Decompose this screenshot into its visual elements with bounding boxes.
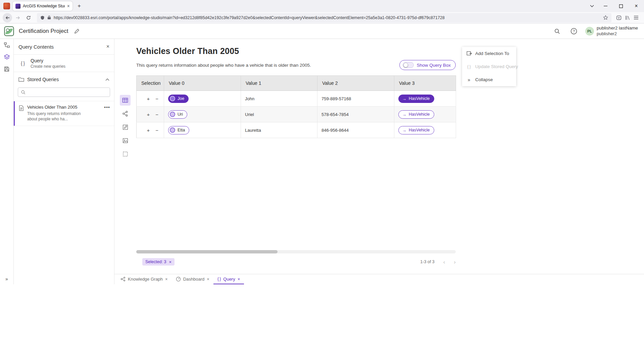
link-chart-icon[interactable] xyxy=(120,108,131,119)
pocket-icon[interactable] xyxy=(616,15,622,20)
menu-item-update-stored-query[interactable]: { } Update Stored Query xyxy=(462,60,516,73)
window-close-button[interactable]: × xyxy=(629,0,644,12)
toggle-switch-icon xyxy=(403,62,414,68)
hamburger-menu-icon[interactable] xyxy=(634,15,639,20)
tab-label: Knowledge Graph xyxy=(128,277,163,282)
forward-button[interactable] xyxy=(13,13,23,22)
menu-item-add-selection-to[interactable]: Add Selection To xyxy=(462,47,516,60)
item-options-icon[interactable]: ••• xyxy=(104,105,110,110)
page-description: This query returns information about peo… xyxy=(136,63,311,68)
col-header-value2: Value 2 xyxy=(317,76,394,91)
pagination-label: 1-3 of 3 xyxy=(420,259,434,264)
folder-icon xyxy=(18,77,24,82)
bookmark-star-icon[interactable] xyxy=(603,15,608,20)
horizontal-scrollbar[interactable] xyxy=(136,250,456,253)
window-minimize-button[interactable] xyxy=(598,0,613,12)
url-text[interactable]: https://dev0028833.esri.com/portal/apps/… xyxy=(54,15,600,20)
reload-button[interactable] xyxy=(23,13,34,22)
relationship-pill-label: HasVehicle xyxy=(409,128,430,132)
relationship-pill[interactable]: → HasVehicle xyxy=(398,126,434,134)
lock-icon[interactable] xyxy=(47,15,51,20)
new-tab-button[interactable]: + xyxy=(75,1,84,11)
arcgis-knowledge-logo-icon xyxy=(4,26,14,36)
entity-node-icon xyxy=(170,127,175,133)
stored-queries-title: Stored Queries xyxy=(27,77,102,82)
pagination: 1-3 of 3 ‹ › xyxy=(420,259,456,265)
menu-item-collapse[interactable]: » Collapse xyxy=(462,73,516,86)
arrow-right-icon: → xyxy=(402,128,406,132)
selected-count-chip[interactable]: Selected: 3 × xyxy=(142,258,175,266)
query-item-description: Create new queries xyxy=(31,64,65,69)
app-header: Certification Project ? PL publisher2 la… xyxy=(0,23,644,39)
entity-pill[interactable]: Joe xyxy=(168,95,189,103)
edit-title-icon[interactable] xyxy=(74,28,80,34)
tab-dashboard[interactable]: Dashboard × xyxy=(172,274,213,284)
entity-pill[interactable]: Etta xyxy=(168,126,189,134)
scrollbar-thumb[interactable] xyxy=(136,250,278,253)
edit-view-icon[interactable] xyxy=(120,122,131,132)
query-results-table: Selection Value 0 Value 1 Value 2 Value … xyxy=(136,75,456,138)
shield-icon[interactable] xyxy=(40,15,45,20)
entity-pill[interactable]: Uri xyxy=(168,110,187,119)
menu-item-label: Update Stored Query xyxy=(475,64,518,69)
table-row: + − Joe John 759-889-57168 xyxy=(137,91,456,107)
braces-icon: { } xyxy=(217,277,221,281)
stored-queries-search[interactable] xyxy=(18,88,110,97)
search-icon[interactable] xyxy=(552,26,562,37)
new-query-item[interactable]: { } Query Create new queries xyxy=(14,54,114,72)
remove-from-selection-button[interactable]: − xyxy=(154,127,160,133)
relationship-pill[interactable]: → HasVehicle xyxy=(398,95,434,103)
clear-selection-icon[interactable]: × xyxy=(169,260,172,264)
url-bar[interactable]: https://dev0028833.esri.com/portal/apps/… xyxy=(37,13,611,22)
user-info[interactable]: publisher2 lastName publisher2 xyxy=(597,25,638,37)
browser-tab[interactable]: ArcGIS Knowledge Studio × xyxy=(13,1,72,11)
entity-pill-label: Uri xyxy=(178,112,183,117)
add-to-selection-button[interactable]: + xyxy=(145,96,151,102)
show-query-box-label: Show Query Box xyxy=(417,63,451,68)
show-query-box-toggle[interactable]: Show Query Box xyxy=(399,60,456,70)
chevron-up-icon[interactable] xyxy=(105,78,109,81)
browser-nav-bar: https://dev0028833.esri.com/portal/apps/… xyxy=(0,12,644,23)
stored-query-item[interactable]: Vehicles Older Than 2005 This query retu… xyxy=(14,101,114,126)
braces-icon: { } xyxy=(18,61,27,66)
relationship-pill[interactable]: → HasVehicle xyxy=(398,110,434,119)
stored-queries-header[interactable]: Stored Queries xyxy=(14,72,114,85)
firefox-view-icon[interactable] xyxy=(3,3,10,9)
tab-label: Query xyxy=(223,277,235,282)
user-avatar[interactable]: PL xyxy=(585,27,594,36)
panel-close-icon[interactable]: × xyxy=(106,44,109,50)
close-tab-icon[interactable]: × xyxy=(165,277,168,282)
stored-query-title: Vehicles Older Than 2005 xyxy=(27,105,88,110)
list-all-tabs-icon[interactable] xyxy=(586,1,598,11)
remove-from-selection-button[interactable]: − xyxy=(154,112,160,117)
rail-item-save[interactable] xyxy=(0,63,13,75)
remove-from-selection-button[interactable]: − xyxy=(154,96,160,102)
entity-pill-label: Etta xyxy=(178,128,185,132)
rail-item-hierarchy[interactable] xyxy=(0,39,13,51)
tab-knowledge-graph[interactable]: Knowledge Graph × xyxy=(116,274,172,284)
project-title: Certification Project xyxy=(19,28,68,35)
close-tab-icon[interactable]: × xyxy=(238,277,240,282)
tab-label: Dashboard xyxy=(183,277,205,282)
tab-query[interactable]: { } Query × xyxy=(213,274,244,284)
select-box-icon[interactable] xyxy=(120,149,131,159)
close-tab-icon[interactable]: × xyxy=(207,277,209,282)
next-page-icon[interactable]: › xyxy=(454,259,456,265)
panel-title: Query Contents xyxy=(18,44,106,50)
table-view-icon[interactable] xyxy=(120,95,131,106)
expand-rail-icon[interactable]: » xyxy=(0,276,13,282)
previous-page-icon[interactable]: ‹ xyxy=(443,259,445,265)
add-to-selection-button[interactable]: + xyxy=(145,127,151,133)
add-to-selection-button[interactable]: + xyxy=(145,112,151,117)
library-icon[interactable] xyxy=(625,15,630,20)
search-input[interactable] xyxy=(28,90,107,95)
tab-close-icon[interactable]: × xyxy=(67,4,70,8)
rail-item-layers[interactable] xyxy=(0,51,13,63)
back-button[interactable] xyxy=(3,13,12,22)
image-view-icon[interactable] xyxy=(120,135,131,146)
cell-value2: 846-956-8644 xyxy=(317,122,394,138)
window-maximize-button[interactable] xyxy=(613,0,629,12)
view-mode-toolbar xyxy=(120,95,131,159)
help-icon[interactable]: ? xyxy=(568,26,579,37)
add-selection-icon xyxy=(466,51,472,56)
